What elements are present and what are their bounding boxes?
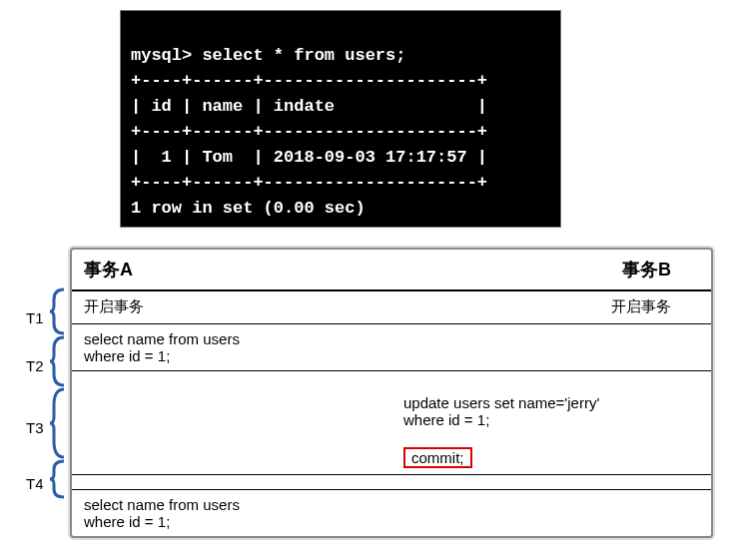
table-header: 事务A 事务B bbox=[72, 250, 711, 291]
table-row: 开启事务 开启事务 bbox=[72, 291, 711, 324]
table-row: select name from users where id = 1; bbox=[72, 324, 711, 371]
header-col-b: 事务B bbox=[377, 250, 711, 289]
update-statement: update users set name='jerry' where id =… bbox=[403, 394, 699, 428]
table-row: select name from users where id = 1; bbox=[72, 490, 711, 536]
time-label-t3: T3 bbox=[26, 419, 44, 436]
brace-icon bbox=[50, 387, 66, 459]
cell-a: 开启事务 bbox=[72, 291, 377, 323]
cell-a: select name from users where id = 1; bbox=[72, 490, 391, 536]
brace-icon bbox=[50, 459, 66, 499]
time-label-t1: T1 bbox=[26, 309, 44, 326]
terminal-prompt: mysql> select * from users; bbox=[131, 46, 405, 65]
time-label-t2: T2 bbox=[26, 357, 44, 374]
terminal-border: +----+------+---------------------+ bbox=[131, 71, 487, 90]
cell-b bbox=[391, 475, 711, 489]
transaction-table: 事务A 事务B 开启事务 开启事务 select name from users… bbox=[70, 248, 713, 538]
transaction-diagram: T1 T2 T3 T4 事务A 事务B 开启事务 开启事务 select nam… bbox=[70, 248, 709, 538]
table-row bbox=[72, 475, 711, 490]
cell-b: 开启事务 bbox=[377, 291, 711, 323]
commit-highlight: commit; bbox=[403, 447, 472, 468]
terminal-header: | id | name | indate | bbox=[131, 97, 487, 116]
table-row: update users set name='jerry' where id =… bbox=[72, 371, 711, 475]
cell-a bbox=[72, 371, 391, 474]
cell-b bbox=[391, 324, 711, 370]
terminal-border: +----+------+---------------------+ bbox=[131, 122, 487, 141]
time-label-t4: T4 bbox=[26, 475, 44, 492]
cell-b: update users set name='jerry' where id =… bbox=[391, 371, 711, 474]
cell-a bbox=[72, 475, 391, 489]
cell-b bbox=[391, 490, 711, 536]
mysql-terminal: mysql> select * from users; +----+------… bbox=[120, 10, 561, 228]
terminal-footer: 1 row in set (0.00 sec) bbox=[131, 199, 366, 218]
header-col-a: 事务A bbox=[72, 250, 377, 289]
terminal-border: +----+------+---------------------+ bbox=[131, 173, 487, 192]
cell-a: select name from users where id = 1; bbox=[72, 324, 391, 370]
terminal-data-row: | 1 | Tom | 2018-09-03 17:17:57 | bbox=[131, 148, 487, 167]
brace-icon bbox=[50, 287, 66, 335]
brace-icon bbox=[50, 335, 66, 387]
